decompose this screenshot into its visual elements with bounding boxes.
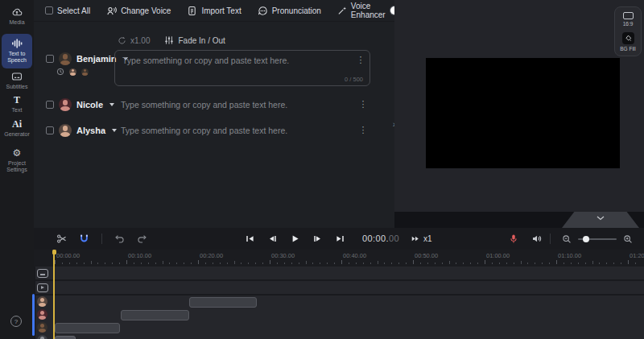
track-video	[35, 281, 644, 294]
chevron-down-icon[interactable]	[112, 129, 117, 132]
zoom-in-icon[interactable]	[623, 234, 633, 244]
preview-controls: 16:9 BG Fill	[614, 6, 642, 56]
ruler-tick	[542, 263, 543, 265]
redo-button[interactable]	[137, 234, 147, 244]
row-checkbox[interactable]	[46, 101, 54, 109]
timeline-toolbar: 00:00.00 x1	[34, 228, 644, 250]
sidebar-item-subtitles[interactable]: Subtitles	[1, 71, 33, 90]
playback-rate-control[interactable]: x1	[411, 228, 432, 250]
ruler-tick	[134, 263, 134, 265]
help-icon: ?	[14, 318, 18, 325]
timeline-zoom-slider[interactable]	[578, 238, 617, 240]
sidebar-item-media[interactable]: Media	[1, 6, 33, 26]
recent-voice-avatar[interactable]	[69, 68, 76, 76]
select-all-control[interactable]: Select All	[45, 6, 90, 15]
cloud-upload-icon	[11, 6, 23, 18]
ruler-tick	[635, 263, 636, 265]
import-text-button[interactable]: Import Text	[187, 6, 241, 16]
ruler-tick	[176, 263, 177, 265]
change-voice-button[interactable]: Change Voice	[106, 6, 171, 16]
ruler-tick	[492, 263, 493, 265]
slider-knob[interactable]	[583, 236, 589, 242]
ruler-tick	[378, 261, 378, 264]
input-placeholder[interactable]: Type something or copy and paste text he…	[121, 126, 287, 135]
tts-text-input[interactable]: Type something or copy and paste text he…	[114, 50, 370, 86]
text-icon: T	[14, 94, 20, 105]
ruler-label: 00:20.00	[200, 252, 223, 259]
sidebar-item-text-to-speech[interactable]: Text to Speech	[2, 34, 32, 68]
bg-fill-label: BG Fill	[620, 46, 636, 52]
input-placeholder: Type something or copy and paste text he…	[122, 56, 289, 65]
ruler-label: 00:10.00	[128, 252, 151, 259]
ratio-icon	[623, 12, 634, 19]
skip-to-start-button[interactable]	[245, 234, 255, 244]
row-menu-button[interactable]: ⋮	[355, 55, 366, 65]
fade-control[interactable]: Fade In / Out	[164, 35, 225, 45]
history-icon[interactable]	[56, 68, 64, 76]
voice-row-alysha: Alysha Type something or copy and paste …	[34, 123, 394, 138]
row-checkbox[interactable]	[46, 55, 54, 63]
ruler-label: 01:10.00	[558, 252, 581, 259]
timeline-clip[interactable]	[121, 310, 189, 320]
voice-track-avatar[interactable]	[37, 322, 47, 333]
row-checkbox[interactable]	[46, 126, 54, 134]
ruler-label: 00:30.00	[271, 252, 295, 259]
ruler-tick	[97, 263, 98, 265]
row-menu-button[interactable]: ⋮	[357, 125, 369, 135]
play-button[interactable]	[290, 234, 300, 244]
timeline-clip[interactable]	[55, 336, 76, 339]
magnetic-snap-button[interactable]	[79, 234, 89, 244]
voice-row-header[interactable]: Alysha	[46, 123, 117, 138]
sidebar-item-label: Subtitles	[6, 84, 28, 90]
ruler-tick	[76, 263, 77, 265]
subtitle-track-icon[interactable]	[37, 269, 48, 278]
help-button[interactable]: ?	[10, 316, 22, 327]
voice-row-header[interactable]: Nicole	[46, 97, 114, 112]
ruler-tick	[463, 263, 464, 265]
ruler-tick	[248, 263, 249, 265]
aspect-ratio-button[interactable]: 16:9	[623, 12, 634, 27]
ruler-label: 01:20.00	[630, 252, 644, 259]
video-track-icon[interactable]	[37, 283, 48, 292]
zoom-out-icon[interactable]	[562, 234, 572, 244]
ratio-label: 16:9	[623, 21, 634, 27]
sidebar-item-project-settings[interactable]: ⚙ Project Settings	[1, 147, 33, 173]
recent-voice-avatar[interactable]	[81, 68, 89, 76]
ruler-tick	[506, 263, 507, 265]
app-window: Media Text to Speech Subtitles T Text	[0, 0, 644, 339]
bg-fill-button[interactable]: BG Fill	[620, 32, 636, 52]
previous-frame-button[interactable]	[267, 234, 278, 244]
mute-button[interactable]	[531, 228, 542, 250]
text-to-speech-panel: Select All Change Voice Import Text	[34, 0, 394, 228]
sidebar-item-generator[interactable]: Ai Generator	[1, 118, 33, 138]
input-placeholder[interactable]: Type something or copy and paste text he…	[121, 100, 287, 110]
sidebar-item-label: Media	[9, 19, 24, 26]
pronunciation-button[interactable]: Pronunciation	[258, 6, 321, 16]
toolbar-divider	[550, 234, 551, 244]
select-all-checkbox[interactable]	[45, 6, 53, 14]
ruler-tick	[155, 263, 156, 265]
timeline-ruler[interactable]: 00:00.0000:10.0000:20.0000:30.0000:40.00…	[34, 250, 644, 267]
timeline-clip[interactable]	[55, 323, 120, 333]
speed-control[interactable]: x1.00	[118, 36, 150, 45]
preview-area: 16:9 BG Fill	[394, 0, 644, 228]
row-menu-button[interactable]: ⋮	[357, 99, 369, 110]
change-voice-label: Change Voice	[121, 6, 171, 15]
chevron-down-icon[interactable]	[109, 103, 114, 106]
voice-track-avatar[interactable]	[37, 309, 47, 320]
video-preview[interactable]	[426, 58, 620, 168]
ruler-tick	[306, 261, 307, 264]
playhead[interactable]	[53, 250, 55, 339]
undo-button[interactable]	[114, 234, 125, 244]
sidebar-item-text[interactable]: T Text	[1, 94, 33, 114]
split-button[interactable]	[56, 234, 67, 244]
ruler-tick	[363, 263, 364, 265]
record-voiceover-button[interactable]	[509, 228, 518, 250]
timeline-clip[interactable]	[189, 297, 257, 308]
timeline-section: 00:00.00 x1 00:00.0000:10.0000:20.0000:3…	[34, 228, 644, 339]
collapse-preview-tab[interactable]	[562, 212, 639, 228]
skip-to-end-button[interactable]	[335, 234, 345, 244]
next-frame-button[interactable]	[312, 234, 323, 244]
voice-track-avatar[interactable]	[37, 296, 47, 307]
ruler-tick	[255, 263, 256, 265]
